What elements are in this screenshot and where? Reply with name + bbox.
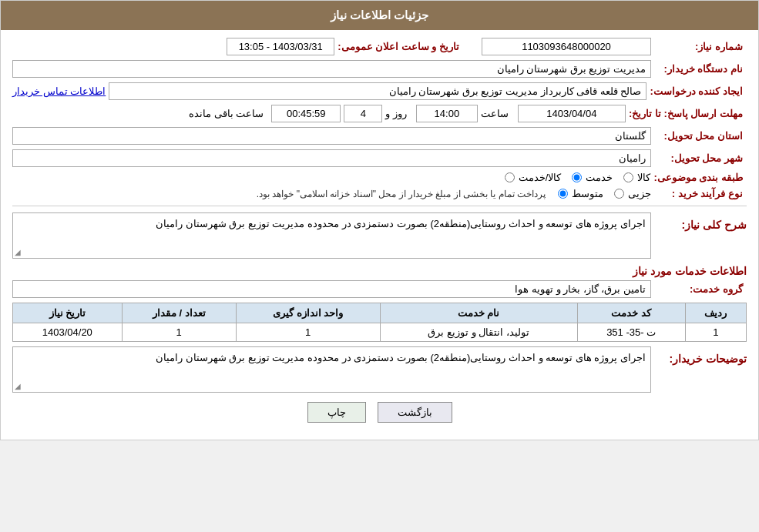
radio-motawaset-input[interactable] [558, 189, 568, 199]
radio-jozyi-label: جزیی [628, 188, 651, 199]
divider-1 [12, 206, 747, 206]
services-section-title: اطلاعات خدمات مورد نیاز [12, 265, 747, 277]
org-name-label: نام دستگاه خریدار: [654, 63, 747, 75]
radio-khadamat-input[interactable] [572, 172, 582, 182]
date-value: 1403/04/04 [518, 105, 626, 122]
radio-kala-input[interactable] [623, 172, 633, 182]
col-count: تعداد / مقدار [122, 303, 236, 323]
radio-kala-khadamat-label: کالا/خدمت [519, 172, 562, 183]
announce-value: 1403/03/31 - 13:05 [227, 38, 334, 55]
col-date: تاریخ نیاز [13, 303, 123, 323]
creator-link[interactable]: اطلاعات تماس خریدار [12, 85, 106, 97]
col-radif: ردیف [685, 303, 746, 323]
table-row: 1ت -35- 351تولید، انتقال و توزیع برق1114… [13, 323, 747, 342]
radio-motawaset[interactable]: متوسط [556, 188, 603, 199]
radio-jozyi[interactable]: جزیی [613, 188, 651, 199]
radio-khadamat[interactable]: خدمت [570, 172, 613, 183]
announce-label: تاریخ و ساعت اعلان عمومی: [338, 41, 463, 52]
col-code: کد خدمت [577, 303, 685, 323]
creator-label: ایجاد کننده درخواست: [650, 85, 747, 97]
description-value: اجرای پروژه های توسعه و احداث روستایی(من… [12, 212, 651, 259]
request-number-value: 1103093648000020 [482, 38, 651, 55]
resize-handle[interactable]: ◢ [15, 248, 21, 256]
province-value: گلستان [12, 127, 651, 145]
day-label: روز و [385, 108, 407, 119]
header-title: جزئیات اطلاعات نیاز [331, 8, 428, 22]
time-label: ساعت [481, 108, 509, 119]
category-radio-group: کالا/خدمت خدمت کالا [503, 172, 651, 183]
day-value: 4 [344, 105, 382, 122]
org-name-value: مدیریت توزیع برق شهرستان رامیان [12, 60, 651, 78]
creator-value: صالح قلعه قافی کاربرداز مدیریت توزیع برق… [109, 82, 646, 100]
radio-kala-khadamat-input[interactable] [505, 172, 515, 182]
radio-kala-label: کالا [637, 172, 650, 183]
city-label: شهر محل تحویل: [654, 152, 747, 164]
button-row: بازگشت چاپ [12, 402, 747, 423]
buyer-resize-handle[interactable]: ◢ [15, 382, 21, 390]
services-table: ردیف کد خدمت نام خدمت واحد اندازه گیری ت… [12, 303, 747, 342]
request-number-label: شماره نیاز: [654, 41, 747, 52]
remaining-value: 00:45:59 [271, 105, 341, 122]
back-button[interactable]: بازگشت [378, 402, 452, 423]
radio-kala[interactable]: کالا [622, 172, 650, 183]
radio-kala-khadamat[interactable]: کالا/خدمت [503, 172, 562, 183]
radio-khadamat-label: خدمت [586, 172, 613, 183]
purchase-type-group: متوسط جزیی [556, 188, 651, 199]
city-value: رامیان [12, 149, 651, 167]
radio-jozyi-input[interactable] [614, 189, 624, 199]
radio-motawaset-label: متوسط [572, 188, 603, 199]
purchase-type-label: نوع فرآیند خرید : [654, 188, 747, 199]
category-label: طبقه بندی موضوعی: [653, 172, 747, 183]
col-name: نام خدمت [380, 303, 577, 323]
col-unit: واحد اندازه گیری [236, 303, 380, 323]
date-label: مهلت ارسال پاسخ: تا تاریخ: [629, 108, 747, 119]
service-group-value: تامین برق، گاز، بخار و تهویه هوا [12, 280, 651, 298]
buyer-desc-label: توضیحات خریدار: [654, 353, 747, 365]
time-value: 14:00 [416, 105, 478, 122]
purchase-desc: پرداخت تمام یا بخشی از مبلغ خریدار از مح… [12, 189, 553, 199]
page-header: جزئیات اطلاعات نیاز [1, 1, 758, 30]
print-button[interactable]: چاپ [307, 402, 366, 423]
service-group-label: گروه خدمت: [654, 283, 747, 295]
description-label: شرح کلی نیاز: [654, 219, 747, 231]
province-label: استان محل تحویل: [654, 130, 747, 142]
buyer-desc-value: اجرای پروژه های توسعه و احداث روستایی(من… [12, 346, 651, 393]
remaining-label: ساعت باقی مانده [189, 108, 264, 119]
